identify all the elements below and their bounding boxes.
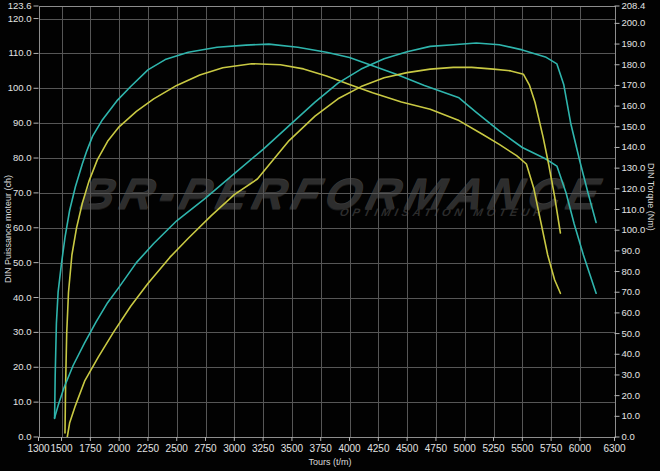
tick-label: 140.0	[622, 141, 646, 152]
tick-label: 6300	[603, 443, 626, 454]
tick-label: 6000	[569, 443, 592, 454]
plot-border	[39, 7, 615, 438]
tick-label: 80.0	[13, 152, 32, 163]
series-torque-after	[55, 44, 597, 418]
tick-label: 110.0	[8, 47, 31, 58]
tick-label: 5000	[454, 443, 477, 454]
tick-label: 20.0	[622, 390, 641, 401]
tick-label: 200.0	[622, 17, 646, 28]
tick-label: 10.0	[13, 396, 32, 407]
tick-label: 1500	[50, 443, 73, 454]
tick-label: 2250	[137, 443, 160, 454]
tick-label: 3750	[310, 443, 333, 454]
tick-label: 10.0	[622, 410, 641, 421]
tick-label: 110.0	[622, 204, 645, 215]
tick-label: 123.6	[8, 0, 32, 11]
tick-label: 3500	[281, 443, 304, 454]
tick-label: 4750	[425, 443, 448, 454]
tick-label: 0.0	[18, 431, 31, 442]
tick-label: 3000	[223, 443, 246, 454]
tick-label: 50.0	[622, 328, 641, 339]
tick-label: 90.0	[13, 117, 32, 128]
curve-power-before	[67, 67, 560, 437]
tick-label: 1300	[27, 443, 50, 454]
x-axis-title: Tours (t/m)	[0, 457, 660, 467]
tick-label: 0.0	[622, 431, 635, 442]
dyno-chart-figure: BR-Performance optimisation moteur 123.6…	[0, 0, 660, 471]
tick-label: 70.0	[13, 187, 32, 198]
tick-label: 100.0	[622, 224, 646, 235]
tick-label: 60.0	[622, 307, 641, 318]
tick-label: 2500	[166, 443, 189, 454]
tick-label: 5500	[511, 443, 534, 454]
tick-label: 1750	[79, 443, 102, 454]
tick-label: 130.0	[622, 162, 646, 173]
tick-label: 60.0	[13, 222, 32, 233]
tick-label: 120.0	[622, 183, 646, 194]
tick-label: 2750	[194, 443, 217, 454]
tick-label: 4000	[338, 443, 361, 454]
tick-label: 80.0	[622, 266, 641, 277]
tick-label: 30.0	[622, 369, 641, 380]
tick-label: 120.0	[8, 13, 32, 24]
tick-label: 170.0	[622, 79, 646, 90]
curve-torque-after	[55, 44, 597, 418]
tick-label: 70.0	[622, 286, 641, 297]
y-right-ticks: 208.4200.0190.0180.0170.0160.0150.0140.0…	[615, 0, 646, 442]
y-left-axis-title: DIN Puissance moteur (ch)	[3, 175, 13, 283]
tick-label: 3250	[252, 443, 275, 454]
tick-label: 150.0	[622, 121, 646, 132]
x-ticks: 1300150017502000225025002750300032503500…	[27, 437, 626, 454]
tick-label: 30.0	[13, 326, 32, 337]
tick-label: 180.0	[622, 59, 646, 70]
tick-label: 50.0	[13, 257, 32, 268]
tick-label: 208.4	[622, 0, 646, 11]
tick-label: 5250	[482, 443, 505, 454]
tick-label: 190.0	[622, 38, 646, 49]
dyno-chart: 123.6120.0110.0100.090.080.070.060.050.0…	[0, 0, 660, 471]
curve-power-after	[55, 43, 597, 418]
tick-label: 20.0	[13, 361, 32, 372]
grid-lines	[39, 6, 616, 438]
series-power-before	[67, 67, 560, 437]
tick-label: 100.0	[8, 82, 32, 93]
tick-label: 90.0	[622, 245, 641, 256]
tick-label: 40.0	[13, 292, 32, 303]
tick-label: 160.0	[622, 100, 646, 111]
y-right-axis-title: DIN Torque (Nm)	[646, 163, 656, 231]
tick-label: 4250	[367, 443, 390, 454]
tick-label: 4500	[396, 443, 419, 454]
tick-label: 2000	[108, 443, 131, 454]
series-power-after	[55, 43, 597, 418]
tick-label: 5750	[540, 443, 563, 454]
tick-label: 40.0	[622, 348, 641, 359]
plot-frame	[39, 7, 615, 438]
